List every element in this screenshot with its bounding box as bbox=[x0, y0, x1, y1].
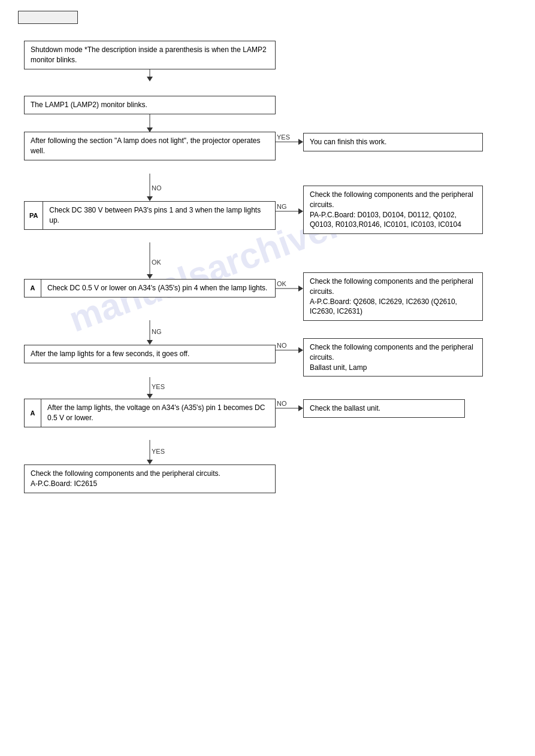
badge-a-1: A bbox=[25, 280, 41, 297]
node-lamp-blinks-text: The LAMP1 (LAMP2) monitor blinks. bbox=[31, 100, 269, 110]
node-check-pa-pcboard: Check the following components and the p… bbox=[303, 186, 483, 234]
node-check-dc380-text: Check DC 380 V between PA3's pins 1 and … bbox=[43, 202, 275, 229]
node-check-dc05: A Check DC 0.5 V or lower on A34's (A35'… bbox=[24, 279, 276, 297]
svg-text:NG: NG bbox=[277, 203, 287, 210]
svg-marker-14 bbox=[147, 274, 153, 279]
node-check-a-pcboard-text: Check the following components and the p… bbox=[310, 277, 476, 317]
node-check-dc05-text: Check DC 0.5 V or lower on A34's (A35's)… bbox=[41, 280, 273, 297]
node-lamp-goes-off: After the lamp lights for a few seconds,… bbox=[24, 345, 276, 363]
node-check-ic2615: Check the following components and the p… bbox=[24, 464, 276, 493]
node-voltage-dc05: A After the lamp lights, the voltage on … bbox=[24, 399, 276, 427]
node-check-a-pcboard: Check the following components and the p… bbox=[303, 272, 483, 321]
svg-text:YES: YES bbox=[277, 133, 290, 141]
svg-marker-8 bbox=[147, 196, 153, 201]
node-lamp-blinks: The LAMP1 (LAMP2) monitor blinks. bbox=[24, 96, 276, 114]
node-shutdown-mode-text: Shutdown mode *The description inside a … bbox=[31, 45, 269, 65]
svg-text:YES: YES bbox=[152, 448, 165, 455]
svg-text:NG: NG bbox=[152, 328, 162, 335]
svg-marker-23 bbox=[298, 347, 303, 353]
node-after-section: After following the section "A lamp does… bbox=[24, 132, 276, 160]
node-voltage-dc05-text: After the lamp lights, the voltage on A3… bbox=[41, 399, 275, 427]
node-finish-work-text: You can finish this work. bbox=[310, 137, 476, 147]
svg-text:OK: OK bbox=[277, 280, 287, 287]
svg-text:OK: OK bbox=[152, 259, 162, 266]
svg-marker-29 bbox=[298, 405, 303, 411]
svg-marker-5 bbox=[298, 139, 303, 145]
node-check-ic2615-text: Check the following components and the p… bbox=[31, 469, 269, 489]
node-check-ballast-unit-text: Check the ballast unit. bbox=[310, 403, 458, 414]
node-check-ballast-lamp: Check the following components and the p… bbox=[303, 338, 483, 377]
svg-marker-26 bbox=[147, 394, 153, 399]
svg-marker-1 bbox=[147, 77, 153, 81]
svg-marker-17 bbox=[298, 286, 303, 292]
node-shutdown-mode: Shutdown mode *The description inside a … bbox=[24, 41, 276, 69]
badge-pa: PA bbox=[25, 202, 43, 229]
node-check-pa-pcboard-text: Check the following components and the p… bbox=[310, 190, 476, 230]
node-after-section-text: After following the section "A lamp does… bbox=[31, 136, 269, 156]
node-lamp-goes-off-text: After the lamp lights for a few seconds,… bbox=[31, 349, 269, 359]
svg-text:NO: NO bbox=[277, 342, 287, 349]
page: manualsarchive.com YES NO NG OK OK bbox=[0, 0, 535, 756]
node-check-ballast-lamp-text: Check the following components and the p… bbox=[310, 342, 476, 372]
top-bar bbox=[18, 11, 78, 24]
node-check-dc380: PA Check DC 380 V between PA3's pins 1 a… bbox=[24, 201, 276, 230]
badge-a-2: A bbox=[25, 399, 41, 427]
svg-marker-20 bbox=[147, 340, 153, 345]
svg-marker-11 bbox=[298, 208, 303, 214]
node-finish-work: You can finish this work. bbox=[303, 133, 483, 151]
svg-text:NO: NO bbox=[277, 400, 287, 407]
svg-marker-32 bbox=[147, 460, 153, 464]
node-check-ballast-unit: Check the ballast unit. bbox=[303, 399, 465, 418]
svg-text:YES: YES bbox=[152, 383, 165, 390]
svg-text:NO: NO bbox=[152, 184, 162, 192]
